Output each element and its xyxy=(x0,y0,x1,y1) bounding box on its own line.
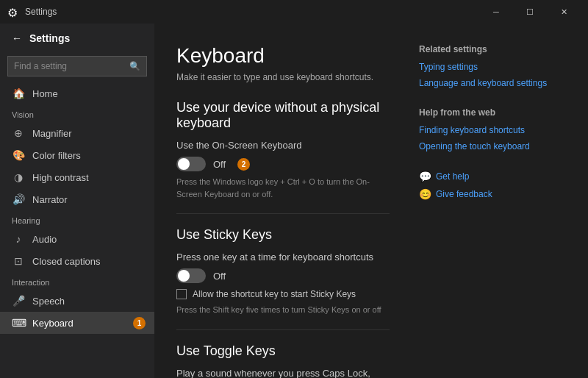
sidebar-item-keyboard[interactable]: ⌨ Keyboard 1 xyxy=(0,312,154,334)
title-bar-text: Settings xyxy=(25,7,479,17)
sidebar-section-interaction: Interaction xyxy=(0,272,154,290)
sidebar-item-home[interactable]: 🏠 Home xyxy=(0,82,154,104)
maximize-button[interactable]: ☐ xyxy=(513,0,547,24)
app-body: ← Settings 🔍 🏠 Home Vision ⊕ Magnifier 🎨… xyxy=(0,24,588,378)
title-bar-controls: ─ ☐ ✕ xyxy=(479,0,581,24)
sidebar-header-text: Settings xyxy=(29,32,70,44)
finding-shortcuts-link[interactable]: Finding keyboard shortcuts xyxy=(419,125,566,135)
sidebar-item-audio[interactable]: ♪ Audio xyxy=(0,228,154,250)
toggle-desc: Play a sound whenever you press Caps Loc… xyxy=(176,368,390,379)
osk-toggle-row: Off 2 xyxy=(176,157,390,171)
search-input[interactable] xyxy=(14,61,129,71)
osk-toggle[interactable] xyxy=(176,157,206,171)
sidebar-home-label: Home xyxy=(32,88,58,99)
sidebar-keyboard-label: Keyboard xyxy=(32,318,74,329)
audio-icon: ♪ xyxy=(12,233,25,245)
title-bar: ⚙ Settings ─ ☐ ✕ xyxy=(0,0,588,24)
keyboard-icon: ⌨ xyxy=(12,317,25,329)
page-subtitle: Make it easier to type and use keyboard … xyxy=(176,72,390,82)
main-content: Keyboard Make it easier to type and use … xyxy=(154,24,588,378)
sidebar-item-speech[interactable]: 🎤 Speech xyxy=(0,290,154,312)
sidebar-speech-label: Speech xyxy=(32,296,65,307)
sticky-toggle-label: Off xyxy=(213,271,226,282)
osk-desc: Press the Windows logo key + Ctrl + O to… xyxy=(176,176,390,200)
give-feedback-row[interactable]: 😊 Give feedback xyxy=(419,188,566,200)
sidebar-item-high-contrast[interactable]: ◑ High contrast xyxy=(0,166,154,188)
give-feedback-icon: 😊 xyxy=(419,188,431,200)
sidebar-section-hearing: Hearing xyxy=(0,210,154,228)
get-help-link[interactable]: Get help xyxy=(436,171,469,182)
magnifier-icon: ⊕ xyxy=(12,127,25,139)
section3-title: Use Toggle Keys xyxy=(176,343,390,359)
osk-label: Use the On-Screen Keyboard xyxy=(176,140,390,151)
get-help-row[interactable]: 💬 Get help xyxy=(419,171,566,182)
search-box[interactable]: 🔍 xyxy=(7,56,147,76)
touch-keyboard-link[interactable]: Opening the touch keyboard xyxy=(419,141,566,151)
search-icon: 🔍 xyxy=(129,61,140,71)
divider-2 xyxy=(176,329,390,330)
sidebar-item-closed-captions[interactable]: ⊡ Closed captions xyxy=(0,250,154,272)
typing-settings-link[interactable]: Typing settings xyxy=(419,62,566,72)
content-left: Keyboard Make it easier to type and use … xyxy=(176,44,390,357)
sidebar-item-narrator[interactable]: 🔊 Narrator xyxy=(0,188,154,210)
back-icon: ← xyxy=(12,32,22,44)
close-button[interactable]: ✕ xyxy=(547,0,581,24)
closed-captions-icon: ⊡ xyxy=(12,255,25,267)
sticky-toggle[interactable] xyxy=(176,268,206,283)
sticky-checkbox-row: Allow the shortcut key to start Sticky K… xyxy=(176,289,390,299)
high-contrast-icon: ◑ xyxy=(12,171,25,183)
sticky-checkbox[interactable] xyxy=(176,289,187,299)
sidebar-closed-captions-label: Closed captions xyxy=(32,256,101,267)
sidebar-narrator-label: Narrator xyxy=(32,194,68,205)
page-title: Keyboard xyxy=(176,44,390,68)
sidebar-magnifier-label: Magnifier xyxy=(32,128,71,139)
speech-icon: 🎤 xyxy=(12,295,25,307)
give-feedback-link[interactable]: Give feedback xyxy=(436,189,492,199)
keyboard-badge: 1 xyxy=(133,317,146,329)
sticky-toggle-row: Off xyxy=(176,268,390,283)
language-keyboard-link[interactable]: Language and keyboard settings xyxy=(419,78,566,88)
divider-1 xyxy=(176,213,390,214)
help-title: Help from the web xyxy=(419,107,566,118)
sidebar-high-contrast-label: High contrast xyxy=(32,172,89,183)
narrator-icon: 🔊 xyxy=(12,193,25,205)
sidebar-section-vision: Vision xyxy=(0,104,154,122)
color-filters-icon: 🎨 xyxy=(12,149,25,161)
sidebar-item-color-filters[interactable]: 🎨 Color filters xyxy=(0,144,154,166)
sticky-toggle-knob xyxy=(178,270,190,282)
sidebar-item-magnifier[interactable]: ⊕ Magnifier xyxy=(0,122,154,144)
osk-badge: 2 xyxy=(237,158,250,171)
sidebar-home-button[interactable]: ← Settings xyxy=(0,24,154,53)
content-right: Related settings Typing settings Languag… xyxy=(419,44,566,357)
settings-icon: ⚙ xyxy=(7,6,19,18)
sidebar-color-filters-label: Color filters xyxy=(32,150,81,161)
sticky-checkbox-desc: Press the Shift key five times to turn S… xyxy=(176,304,390,316)
related-title: Related settings xyxy=(419,44,566,54)
home-icon: 🏠 xyxy=(12,88,25,99)
osk-toggle-label: Off xyxy=(213,159,226,170)
sticky-checkbox-label: Allow the shortcut key to start Sticky K… xyxy=(193,289,356,299)
minimize-button[interactable]: ─ xyxy=(479,0,513,24)
get-help-icon: 💬 xyxy=(419,171,431,182)
sidebar: ← Settings 🔍 🏠 Home Vision ⊕ Magnifier 🎨… xyxy=(0,24,154,378)
osk-toggle-knob xyxy=(178,158,190,170)
sidebar-audio-label: Audio xyxy=(32,234,57,245)
section1-title: Use your device without a physical keybo… xyxy=(176,100,390,131)
section2-title: Use Sticky Keys xyxy=(176,227,390,243)
sticky-desc: Press one key at a time for keyboard sho… xyxy=(176,252,390,263)
